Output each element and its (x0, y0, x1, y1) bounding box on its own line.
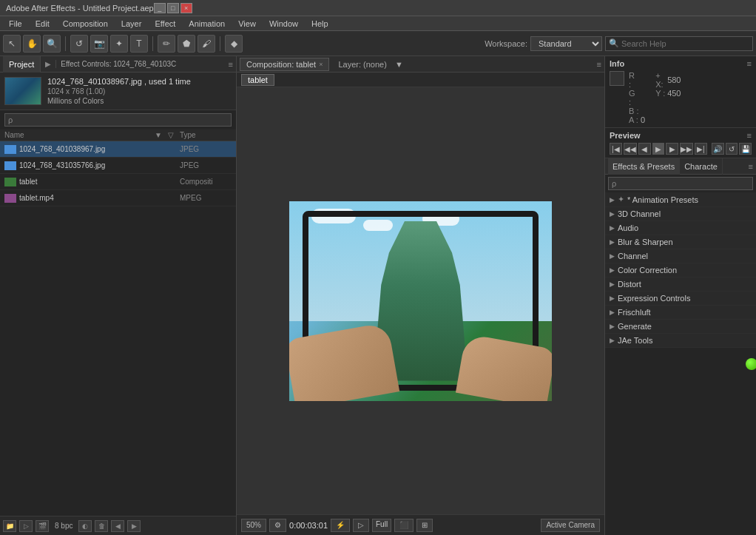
prev-first-btn[interactable]: |◀ (610, 143, 622, 155)
comp-tab-close[interactable]: × (319, 61, 323, 68)
zoom-btn[interactable]: 50% (241, 519, 266, 532)
toggle-bpc-btn[interactable]: ◐ (78, 520, 92, 532)
tablet-tab[interactable]: tablet (241, 74, 274, 86)
prev-play-btn[interactable]: ▶ (652, 143, 665, 155)
effect-cat-3d[interactable]: ▶ 3D Channel (605, 207, 756, 221)
info-panel-menu[interactable]: ≡ (747, 59, 752, 68)
camera-label[interactable]: Active Camera (541, 519, 600, 532)
menu-layer[interactable]: Layer (115, 18, 148, 30)
prev-back-frame-btn[interactable]: ◀ (638, 143, 651, 155)
effect-cat-animation[interactable]: ▶ ✦ * Animation Presets (605, 192, 756, 207)
effects-presets-tab[interactable]: Effects & Presets (608, 158, 680, 175)
menu-file[interactable]: File (3, 18, 28, 30)
menu-edit[interactable]: Edit (30, 18, 55, 30)
project-search[interactable]: ρ (4, 113, 232, 127)
tab-project[interactable]: Project (3, 56, 41, 73)
workspace-select[interactable]: Standard Animation Minimal (530, 36, 602, 51)
effect-cat-generate[interactable]: ▶ Generate (605, 320, 756, 334)
tool-hand[interactable]: ✋ (23, 35, 41, 53)
resolution-btn[interactable]: ⚡ (331, 519, 350, 532)
list-item-2[interactable]: 1024_768_431035766.jpg JPEG (0, 158, 236, 174)
nav-next-btn[interactable]: ▶ (127, 520, 141, 532)
tool-puppet[interactable]: ◆ (225, 35, 243, 53)
delete-btn[interactable]: 🗑 (95, 520, 108, 532)
effect-controls-tab[interactable]: Effect Controls: 1024_768_40103C (56, 60, 228, 68)
effect-name-expression: Expression Controls (618, 294, 690, 303)
info-a: A : 0 (629, 115, 645, 124)
new-folder-btn[interactable]: 📁 (3, 520, 16, 532)
effects-panel: Effects & Presets Characte ≡ ρ ▶ ✦ * Ani… (605, 158, 756, 535)
prev-loop-btn[interactable]: ↺ (726, 143, 738, 155)
grid-btn[interactable]: ⊞ (416, 519, 433, 532)
tool-paint[interactable]: 🖌 (198, 35, 215, 53)
menu-effect[interactable]: Effect (149, 18, 181, 30)
menu-view[interactable]: View (232, 18, 262, 30)
effects-search[interactable]: ρ (608, 177, 753, 190)
comp-options-btn[interactable]: ⚙ (269, 519, 286, 532)
effect-cat-expression[interactable]: ▶ Expression Controls (605, 292, 756, 306)
effect-cat-color[interactable]: ▶ Color Correction (605, 263, 756, 277)
filter-icon[interactable]: ▽ (168, 131, 180, 139)
project-list-header: Name ▼ ▽ Type (0, 129, 236, 141)
list-item-3[interactable]: tablet Compositi (0, 174, 236, 190)
transparency-btn[interactable]: ⬛ (394, 519, 414, 532)
list-item-1[interactable]: 1024_768_401038967.jpg JPEG (0, 141, 236, 158)
effect-name-audio: Audio (618, 223, 638, 232)
effect-cat-channel[interactable]: ▶ Channel (605, 249, 756, 263)
prev-fwd-frame-btn[interactable]: ▶ (666, 143, 678, 155)
project-panel-menu[interactable]: ≡ (229, 60, 233, 69)
effect-cat-jae[interactable]: ▶ JAe Tools (605, 334, 756, 348)
layer-tab[interactable]: Layer: (none) ▼ (332, 58, 408, 70)
nav-prev-btn[interactable]: ◀ (111, 520, 124, 532)
effect-cat-distort[interactable]: ▶ Distort (605, 277, 756, 292)
prev-audio-btn[interactable]: 🔊 (712, 143, 724, 155)
tool-zoom[interactable]: 🔍 (43, 35, 61, 53)
tool-rotate[interactable]: ↺ (70, 35, 88, 53)
comp-viewer[interactable] (237, 87, 604, 514)
character-tab[interactable]: Characte (680, 158, 723, 175)
timecode-display[interactable]: 0:00:03:01 (289, 521, 328, 530)
comp-tab[interactable]: Composition: tablet × (240, 58, 329, 71)
effect-cat-frischluft[interactable]: ▶ Frischluft (605, 306, 756, 320)
effects-panel-menu[interactable]: ≡ (749, 162, 753, 171)
prev-back-btn[interactable]: ◀◀ (624, 143, 637, 155)
sort-icon[interactable]: ▼ (155, 131, 168, 139)
search-input[interactable] (621, 39, 749, 48)
prev-fwd-btn[interactable]: ▶▶ (680, 143, 693, 155)
g-label: G : (629, 89, 639, 107)
fast-preview-btn[interactable]: ▷ (353, 519, 369, 532)
tool-camera[interactable]: 📷 (90, 35, 108, 53)
menu-bar: File Edit Composition Layer Effect Anima… (0, 16, 756, 31)
comp-panel-menu[interactable]: ≡ (597, 60, 601, 69)
bpc-label: 8 bpc (55, 522, 72, 530)
tool-select[interactable]: ↖ (3, 35, 21, 53)
maximize-button[interactable]: □ (167, 3, 179, 13)
comp-from-footage-btn[interactable]: 🎬 (36, 520, 49, 532)
menu-help[interactable]: Help (306, 18, 334, 30)
footage-btn[interactable]: ▷ (19, 520, 33, 532)
quality-select[interactable]: Full (372, 519, 391, 532)
tool-mask[interactable]: ⬟ (178, 35, 195, 53)
search-bar[interactable]: 🔍 (605, 36, 753, 51)
menu-animation[interactable]: Animation (183, 18, 231, 30)
preview-menu[interactable]: ≡ (747, 131, 752, 140)
close-button[interactable]: × (180, 3, 192, 13)
main-layout: Project ▶ Effect Controls: 1024_768_4010… (0, 56, 756, 535)
green-ball-icon (746, 358, 756, 370)
tool-light[interactable]: ✦ (110, 35, 128, 53)
minimize-button[interactable]: _ (154, 3, 166, 13)
layer-tab-menu[interactable]: ▼ (395, 60, 403, 69)
prev-ram-btn[interactable]: 💾 (739, 143, 752, 155)
effects-search-input[interactable] (618, 180, 749, 188)
project-search-input[interactable] (14, 116, 228, 124)
tool-text[interactable]: T (130, 35, 148, 53)
menu-composition[interactable]: Composition (57, 18, 114, 30)
menu-window[interactable]: Window (263, 18, 304, 30)
prev-last-btn[interactable]: ▶| (695, 143, 707, 155)
effect-cat-blur[interactable]: ▶ Blur & Sharpen (605, 235, 756, 249)
info-title: Info (610, 59, 624, 68)
tool-pen[interactable]: ✏ (158, 35, 175, 53)
list-item-4[interactable]: tablet.mp4 MPEG (0, 190, 236, 206)
effect-cat-audio[interactable]: ▶ Audio (605, 221, 756, 235)
item-type-2: JPEG (180, 161, 232, 169)
